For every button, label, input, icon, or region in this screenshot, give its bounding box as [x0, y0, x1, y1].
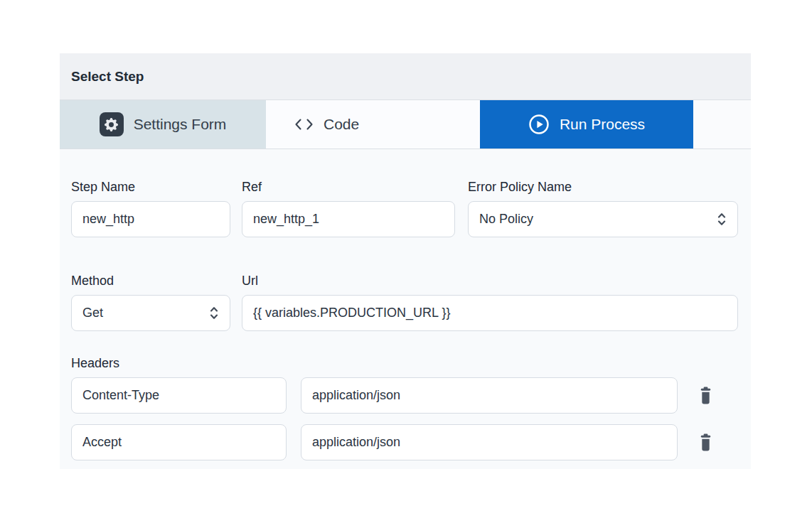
header-value-input[interactable]	[301, 424, 678, 460]
ref-label: Ref	[242, 179, 455, 195]
tab-code-label: Code	[324, 116, 359, 133]
header-value-input[interactable]	[301, 377, 678, 414]
error-policy-field: Error Policy Name No Policy	[468, 179, 738, 237]
step-name-input[interactable]	[71, 201, 230, 237]
tab-code[interactable]: Code	[266, 100, 480, 149]
select-step-panel: Select Step Settings Form Code	[60, 53, 751, 469]
method-label: Method	[71, 273, 230, 289]
trash-icon	[698, 386, 714, 405]
url-label: Url	[242, 273, 738, 289]
error-policy-value: No Policy	[479, 212, 533, 227]
ref-input[interactable]	[242, 201, 455, 237]
form-row-request: Method Get Url	[71, 273, 738, 331]
panel-title: Select Step	[71, 69, 144, 85]
tab-bar-filler	[693, 100, 751, 149]
tab-settings-form[interactable]: Settings Form	[60, 100, 266, 149]
tab-settings-form-label: Settings Form	[134, 116, 227, 133]
ref-field: Ref	[242, 179, 455, 237]
select-chevron-icon	[716, 211, 727, 227]
step-name-field: Step Name	[71, 179, 230, 237]
error-policy-label: Error Policy Name	[468, 179, 738, 195]
header-row	[71, 377, 738, 414]
tab-bar: Settings Form Code Run Process	[60, 100, 751, 149]
gear-icon	[100, 112, 124, 136]
step-name-label: Step Name	[71, 179, 230, 195]
select-chevron-icon	[208, 305, 220, 321]
url-input[interactable]	[242, 295, 738, 331]
header-name-input[interactable]	[71, 424, 287, 460]
headers-section: Headers	[71, 355, 738, 460]
panel-header: Select Step	[60, 53, 751, 100]
step-settings-form: Step Name Ref Error Policy Name No Polic…	[60, 149, 751, 469]
method-field: Method Get	[71, 273, 230, 331]
url-field: Url	[242, 273, 738, 331]
header-name-input[interactable]	[71, 377, 287, 414]
method-select[interactable]: Get	[71, 295, 230, 331]
header-row	[71, 424, 738, 460]
delete-header-button[interactable]	[696, 431, 715, 453]
tab-run-process-label: Run Process	[560, 116, 645, 133]
play-circle-icon	[528, 114, 550, 135]
code-icon	[294, 117, 314, 132]
trash-icon	[698, 433, 714, 452]
headers-label: Headers	[71, 355, 738, 371]
tab-run-process[interactable]: Run Process	[480, 100, 693, 149]
delete-header-button[interactable]	[696, 384, 715, 406]
form-row-identity: Step Name Ref Error Policy Name No Polic…	[71, 179, 738, 237]
method-value: Get	[82, 306, 103, 320]
error-policy-select[interactable]: No Policy	[468, 201, 738, 237]
